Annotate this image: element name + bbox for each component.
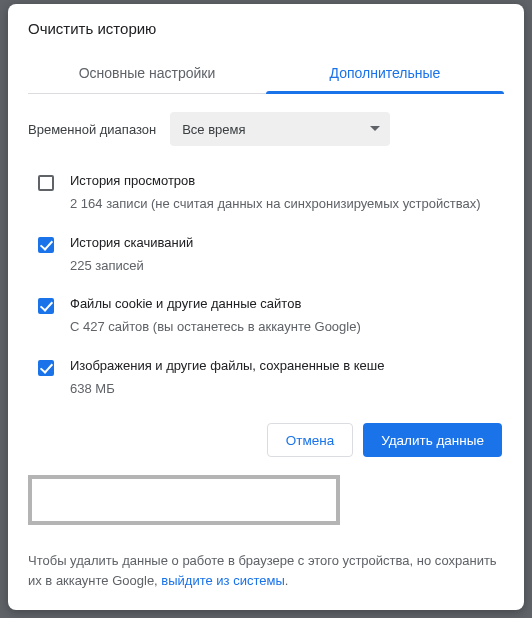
clear-data-button[interactable]: Удалить данные [363, 423, 502, 457]
chevron-down-icon [370, 126, 380, 132]
time-range-label: Временной диапазон [28, 122, 156, 137]
checkbox[interactable] [38, 360, 54, 376]
item-text: История скачиваний225 записей [70, 234, 193, 276]
cancel-button[interactable]: Отмена [267, 423, 353, 457]
dialog-header: Очистить историю Основные настройки Допо… [8, 4, 524, 94]
checkbox[interactable] [38, 237, 54, 253]
dialog-footer-text: Чтобы удалить данные о работе в браузере… [8, 539, 524, 610]
checkbox[interactable] [38, 175, 54, 191]
dialog-scroll-area[interactable]: Временной диапазон Все время История про… [8, 94, 524, 404]
item-title: История скачиваний [70, 234, 193, 253]
placeholder-box [28, 475, 340, 525]
item-title: История просмотров [70, 172, 481, 191]
dialog-title: Очистить историю [28, 20, 504, 51]
list-item: История просмотров2 164 записи (не счита… [28, 162, 512, 224]
item-subtitle: 638 МБ [70, 380, 384, 399]
tabbar: Основные настройки Дополнительные [28, 55, 504, 94]
list-item: Изображения и другие файлы, сохраненные … [28, 347, 512, 404]
list-item: История скачиваний225 записей [28, 224, 512, 286]
checkbox[interactable] [38, 298, 54, 314]
item-subtitle: С 427 сайтов (вы останетесь в аккаунте G… [70, 318, 361, 337]
item-text: Изображения и другие файлы, сохраненные … [70, 357, 384, 399]
item-text: История просмотров2 164 записи (не счита… [70, 172, 481, 214]
item-subtitle: 2 164 записи (не считая данных на синхро… [70, 195, 481, 214]
item-text: Файлы cookie и другие данные сайтовС 427… [70, 295, 361, 337]
footer-text-after: . [285, 573, 289, 588]
item-subtitle: 225 записей [70, 257, 193, 276]
list-item: Файлы cookie и другие данные сайтовС 427… [28, 285, 512, 347]
clear-history-dialog: Очистить историю Основные настройки Допо… [8, 4, 524, 610]
item-title: Файлы cookie и другие данные сайтов [70, 295, 361, 314]
items-list: История просмотров2 164 записи (не счита… [28, 162, 512, 404]
tab-basic[interactable]: Основные настройки [28, 55, 266, 93]
time-range-select[interactable]: Все время [170, 112, 390, 146]
time-range-row: Временной диапазон Все время [28, 106, 512, 162]
dialog-actions: Отмена Удалить данные [8, 404, 524, 475]
sign-out-link[interactable]: выйдите из системы [161, 573, 284, 588]
time-range-value: Все время [182, 122, 245, 137]
tab-advanced[interactable]: Дополнительные [266, 55, 504, 93]
item-title: Изображения и другие файлы, сохраненные … [70, 357, 384, 376]
